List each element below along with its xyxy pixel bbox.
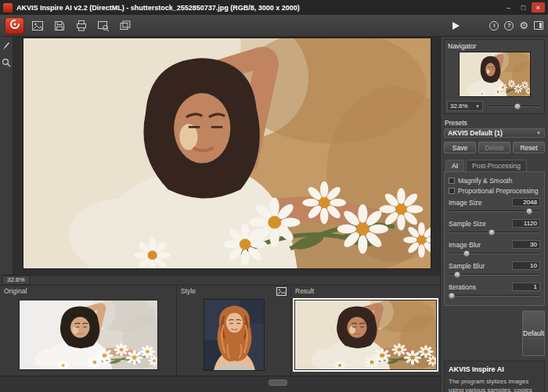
iterations-label: Iterations [449, 283, 476, 291]
style-thumbnail[interactable] [204, 299, 265, 371]
zoom-tool[interactable] [1, 58, 12, 69]
publish-icon [97, 20, 110, 32]
image-blur-slider-handle[interactable] [463, 250, 470, 257]
thumbnails-panel: Original Style [0, 285, 440, 376]
sample-blur-slider-handle[interactable] [454, 272, 460, 278]
iterations-slider[interactable] [449, 291, 540, 300]
about-description: The program stylizes images using variou… [449, 377, 540, 392]
load-style-icon[interactable] [276, 287, 287, 296]
sample-blur-slider[interactable] [449, 270, 540, 279]
ai-settings-box: Magnify & Smooth Proportional Preprocess… [444, 171, 545, 306]
preset-selected-value: AKVIS Default (1) [448, 129, 503, 137]
navigator-thumbnail[interactable] [459, 52, 531, 97]
slider-track [449, 274, 539, 275]
application-window: AKVIS Inspire AI v2.2 (DirectML) - shutt… [0, 0, 548, 392]
horizontal-scrollbar[interactable] [0, 376, 440, 392]
result-label: Result [295, 287, 314, 295]
delete-preset-button[interactable]: Delete [478, 142, 510, 153]
toolbar-right-group: i ? ⚙ [489, 20, 543, 31]
left-column: 32.6% Original [0, 37, 440, 392]
chevron-down-icon: ▼ [475, 104, 480, 109]
proportional-preprocessing-label: Proportional Preprocessing [458, 187, 539, 195]
sample-blur-group: Sample Blur 10 [449, 261, 540, 279]
style-label: Style [181, 287, 196, 295]
image-size-slider-handle[interactable] [526, 208, 532, 214]
zoom-row: 32.6% ▼ [447, 101, 542, 111]
print-button[interactable] [72, 17, 90, 34]
body: 32.6% Original [0, 37, 548, 392]
sample-size-label: Sample Size [449, 220, 486, 228]
image-blur-slider[interactable] [449, 249, 540, 258]
close-button[interactable]: × [532, 2, 545, 13]
sample-size-group: Sample Size 1120 [449, 219, 540, 237]
sample-size-slider[interactable] [449, 228, 540, 237]
original-header: Original [0, 286, 176, 297]
default-button[interactable]: Default [522, 311, 545, 356]
zoom-slider[interactable] [487, 102, 542, 111]
brush-tool[interactable] [1, 41, 12, 52]
reset-preset-button[interactable]: Reset [513, 142, 545, 153]
sample-size-value[interactable]: 1120 [512, 219, 540, 228]
akvis-logo-button[interactable] [5, 17, 24, 34]
brush-icon [2, 39, 11, 53]
titlebar: AKVIS Inspire AI v2.2 (DirectML) - shutt… [0, 0, 548, 15]
image-blur-value[interactable]: 30 [512, 240, 540, 249]
settings-tabs: AI Post-Processing [444, 160, 545, 171]
image-size-slider[interactable] [449, 207, 540, 216]
result-section: Result [291, 286, 440, 376]
settings-panel: Navigator 32.6% ▼ [440, 37, 548, 392]
save-button[interactable] [50, 17, 68, 34]
original-section: Original [0, 286, 177, 376]
magnifier-icon [2, 56, 11, 70]
style-section: Style [177, 286, 291, 376]
save-icon [53, 20, 66, 32]
publish-button[interactable] [94, 17, 112, 34]
navigator-title: Navigator [447, 41, 542, 52]
help-icon[interactable]: ? [504, 21, 514, 31]
open-image-icon [31, 20, 44, 32]
style-header: Style [177, 286, 290, 297]
info-icon[interactable]: i [489, 21, 499, 31]
image-blur-group: Image Blur 30 [449, 240, 540, 258]
print-icon [75, 20, 88, 32]
app-logo-icon [3, 3, 13, 13]
open-image-button[interactable] [28, 17, 46, 34]
image-blur-label: Image Blur [449, 241, 481, 249]
run-icon [452, 22, 460, 30]
image-canvas[interactable] [13, 37, 440, 275]
maximize-button[interactable]: □ [517, 2, 530, 13]
quick-panel-icon[interactable] [534, 21, 543, 30]
scrollbar-handle[interactable] [269, 379, 287, 386]
batch-icon [119, 20, 132, 32]
about-title: AKVIS Inspire AI [449, 365, 540, 373]
minimize-button[interactable]: – [502, 2, 515, 13]
canvas-row [0, 37, 440, 275]
image-size-value[interactable]: 2048 [512, 198, 540, 207]
proportional-preprocessing-checkbox[interactable] [449, 188, 455, 194]
save-preset-button[interactable]: Save [444, 142, 476, 153]
preferences-gear-icon[interactable]: ⚙ [519, 20, 528, 31]
result-thumbnail[interactable] [294, 300, 437, 370]
navigator-box: Navigator 32.6% ▼ [444, 39, 545, 114]
result-body [291, 297, 440, 376]
canvas-statusbar: 32.6% [0, 275, 440, 285]
zoom-slider-handle[interactable] [514, 103, 521, 110]
magnify-smooth-checkbox[interactable] [449, 178, 455, 184]
proportional-preprocessing-row: Proportional Preprocessing [449, 187, 540, 195]
tab-post-processing[interactable]: Post-Processing [466, 160, 527, 171]
iterations-value[interactable]: 1 [512, 282, 540, 291]
zoom-select[interactable]: 32.6% ▼ [447, 101, 483, 111]
run-button[interactable] [447, 17, 465, 34]
window-controls: – □ × [502, 2, 545, 13]
original-thumbnail[interactable] [19, 300, 158, 370]
sample-blur-value[interactable]: 10 [512, 261, 540, 270]
iterations-slider-handle[interactable] [449, 293, 455, 299]
result-header: Result [291, 286, 440, 297]
batch-button[interactable] [116, 17, 134, 34]
sample-blur-label: Sample Blur [449, 262, 485, 270]
image-size-label: Image Size [449, 199, 482, 207]
magnify-smooth-label: Magnify & Smooth [458, 177, 512, 185]
sample-size-slider-handle[interactable] [489, 229, 495, 236]
preset-dropdown[interactable]: AKVIS Default (1) ▼ [444, 128, 545, 138]
tab-ai[interactable]: AI [445, 160, 464, 171]
